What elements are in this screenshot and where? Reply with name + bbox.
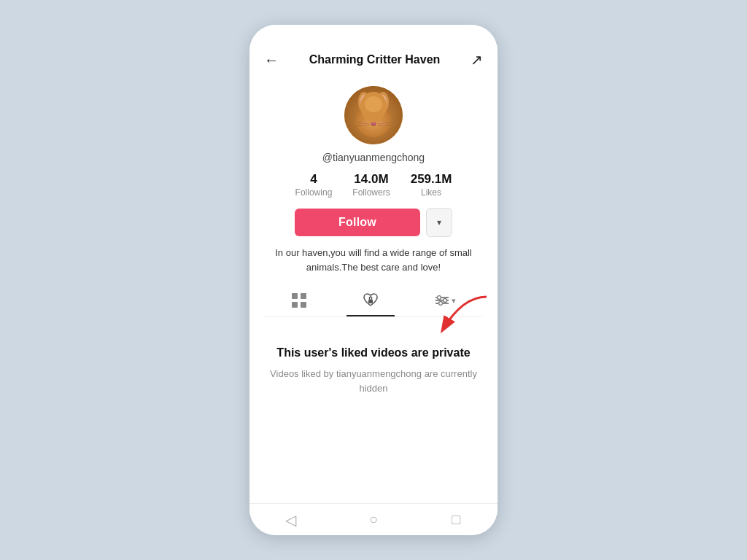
stat-following[interactable]: 4 Following [295, 172, 333, 198]
svg-rect-19 [292, 302, 298, 308]
likes-count: 259.1M [411, 172, 452, 187]
back-button[interactable]: ← [264, 52, 279, 69]
tab-filter[interactable]: ▾ [419, 289, 471, 312]
phone-frame: ← Charming Critter Haven ↗ [249, 25, 498, 535]
nav-back-button[interactable]: ◁ [278, 507, 304, 533]
more-options-button[interactable]: ▾ [426, 208, 452, 237]
following-label: Following [295, 187, 333, 198]
heart-lock-icon [361, 290, 380, 309]
page-title: Charming Critter Haven [279, 53, 471, 66]
svg-point-5 [356, 105, 391, 137]
svg-rect-20 [301, 302, 306, 308]
svg-point-1 [358, 92, 370, 112]
svg-point-8 [368, 115, 369, 117]
chevron-down-icon: ▾ [437, 217, 441, 228]
svg-rect-18 [301, 293, 306, 299]
filter-dropdown-icon: ▾ [452, 296, 456, 306]
bottom-nav: ◁ ○ □ [249, 503, 498, 535]
tabs-row: ▾ [264, 284, 483, 317]
private-title: This user's liked videos are private [276, 346, 470, 359]
avatar-svg [344, 86, 403, 144]
svg-point-27 [439, 302, 443, 306]
svg-point-7 [377, 114, 382, 120]
profile-section: @tianyuanmengchong 4 Following 14.0M Fol… [249, 74, 498, 317]
svg-point-3 [360, 95, 368, 109]
likes-label: Likes [421, 187, 441, 198]
following-count: 4 [310, 172, 317, 187]
svg-rect-17 [292, 293, 298, 299]
avatar [344, 86, 403, 144]
svg-point-6 [365, 114, 371, 120]
svg-point-9 [379, 115, 381, 117]
private-description: Videos liked by tianyuanmengchong are cu… [249, 367, 498, 395]
svg-rect-21 [368, 300, 373, 303]
follow-button[interactable]: Follow [295, 209, 420, 236]
stats-row: 4 Following 14.0M Followers 259.1M Likes [295, 172, 452, 198]
action-row: Follow ▾ [295, 208, 452, 237]
nav-home-button[interactable]: ○ [360, 507, 387, 533]
svg-point-10 [371, 122, 376, 125]
main-content: This user's liked videos are private Vid… [249, 317, 498, 503]
followers-count: 14.0M [354, 172, 388, 187]
stat-followers[interactable]: 14.0M Followers [352, 172, 390, 198]
followers-label: Followers [352, 187, 390, 198]
tab-videos[interactable] [276, 287, 322, 314]
svg-point-15 [360, 122, 369, 126]
tab-liked[interactable] [347, 284, 395, 316]
username-label: @tianyuanmengchong [322, 152, 425, 163]
stat-likes[interactable]: 259.1M Likes [411, 172, 452, 198]
avatar-image [344, 86, 403, 144]
nav-recent-button[interactable]: □ [443, 507, 469, 533]
bio-text: In our haven,you will find a wide range … [264, 246, 483, 274]
header: ← Charming Critter Haven ↗ [249, 45, 498, 74]
svg-point-25 [438, 296, 441, 300]
svg-point-26 [444, 299, 447, 303]
grid-icon [291, 292, 307, 308]
svg-point-4 [379, 95, 387, 109]
status-bar [249, 25, 498, 45]
filter-icon [434, 295, 450, 306]
svg-point-16 [378, 122, 387, 126]
share-button[interactable]: ↗ [471, 51, 483, 69]
